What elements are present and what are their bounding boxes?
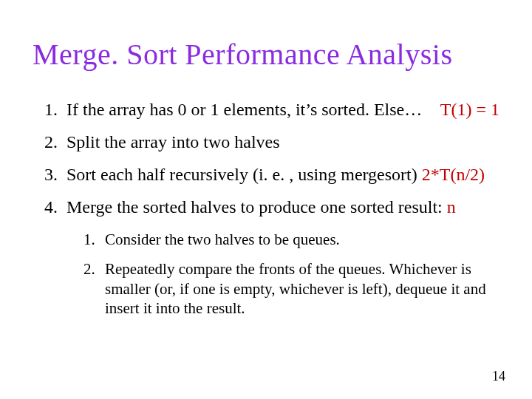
step-3: Sort each half recursively (i. e. , usin…	[62, 163, 499, 185]
substep-1: Consider the two halves to be queues.	[99, 230, 499, 249]
step-1: If the array has 0 or 1 elements, it’s s…	[62, 98, 499, 120]
page-number: 14	[492, 369, 505, 384]
step-3-text: Sort each half recursively (i. e. , usin…	[66, 165, 422, 184]
merge-substeps: Consider the two halves to be queues. Re…	[66, 230, 499, 318]
slide: Merge. Sort Performance Analysis If the …	[0, 0, 532, 399]
step-1-text: If the array has 0 or 1 elements, it’s s…	[66, 100, 422, 119]
step-1-cost: T(1) = 1	[440, 98, 499, 120]
slide-title: Merge. Sort Performance Analysis	[33, 37, 499, 72]
step-4-cost: n	[447, 197, 456, 216]
step-2-text: Split the array into two halves	[66, 132, 280, 151]
step-3-cost: 2*T(n/2)	[422, 165, 485, 184]
substep-2: Repeatedly compare the fronts of the que…	[99, 259, 499, 318]
step-4: Merge the sorted halves to produce one s…	[62, 196, 499, 318]
step-2: Split the array into two halves	[62, 131, 499, 153]
step-4-text: Merge the sorted halves to produce one s…	[66, 197, 447, 216]
algorithm-steps: If the array has 0 or 1 elements, it’s s…	[33, 98, 499, 318]
